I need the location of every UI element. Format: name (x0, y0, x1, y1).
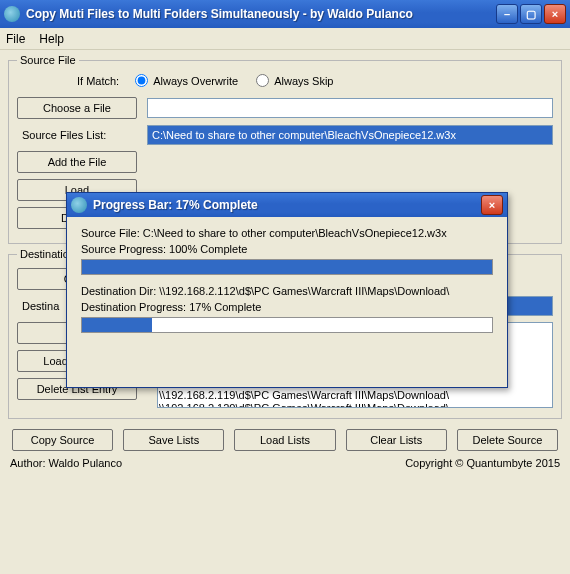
progress-dialog: Progress Bar: 17% Complete × Source File… (66, 192, 508, 388)
dialog-source-progress-label: Source Progress: 100% Complete (81, 243, 493, 255)
dialog-title: Progress Bar: 17% Complete (93, 198, 258, 212)
list-item[interactable]: \\192.168.2.120\d$\PC Games\Warcraft III… (159, 402, 551, 408)
source-legend: Source File (17, 54, 79, 66)
dest-progress-bar (81, 317, 493, 333)
dialog-icon (71, 197, 87, 213)
selected-source-file[interactable]: C:\Need to share to other computer\Bleac… (147, 125, 553, 145)
statusbar: Author: Waldo Pulanco Copyright © Quantu… (0, 457, 570, 475)
author-label: Author: Waldo Pulanco (10, 457, 122, 469)
app-icon (4, 6, 20, 22)
dialog-source-file: Source File: C:\Need to share to other c… (81, 227, 493, 239)
load-lists-button[interactable]: Load Lists (234, 429, 335, 451)
copy-source-button[interactable]: Copy Source (12, 429, 113, 451)
dialog-dest-dir: Destination Dir: \\192.168.2.112\d$\PC G… (81, 285, 493, 297)
add-file-button[interactable]: Add the File (17, 151, 137, 173)
clear-lists-button[interactable]: Clear Lists (346, 429, 447, 451)
menubar: File Help (0, 28, 570, 50)
delete-source-button[interactable]: Delete Source (457, 429, 558, 451)
main-titlebar: Copy Muti Files to Multi Folders Simulta… (0, 0, 570, 28)
skip-label: Always Skip (274, 75, 333, 87)
menu-file[interactable]: File (6, 32, 25, 46)
chosen-file-input[interactable] (147, 98, 553, 118)
minimize-button[interactable]: – (496, 4, 518, 24)
save-lists-button[interactable]: Save Lists (123, 429, 224, 451)
source-progress-bar (81, 259, 493, 275)
overwrite-label: Always Overwrite (153, 75, 238, 87)
skip-radio[interactable] (256, 74, 269, 87)
bottom-button-bar: Copy Source Save Lists Load Lists Clear … (0, 423, 570, 457)
overwrite-radio[interactable] (135, 74, 148, 87)
menu-help[interactable]: Help (39, 32, 64, 46)
maximize-button[interactable]: ▢ (520, 4, 542, 24)
choose-file-button[interactable]: Choose a File (17, 97, 137, 119)
dialog-dest-progress-label: Destination Progress: 17% Complete (81, 301, 493, 313)
source-files-list-label: Source Files List: (17, 129, 137, 141)
copyright-label: Copyright © Quantumbyte 2015 (405, 457, 560, 469)
if-match-label: If Match: (77, 75, 125, 87)
window-title: Copy Muti Files to Multi Folders Simulta… (26, 7, 413, 21)
list-item[interactable]: \\192.168.2.119\d$\PC Games\Warcraft III… (159, 389, 551, 402)
close-button[interactable]: × (544, 4, 566, 24)
dialog-close-button[interactable]: × (481, 195, 503, 215)
